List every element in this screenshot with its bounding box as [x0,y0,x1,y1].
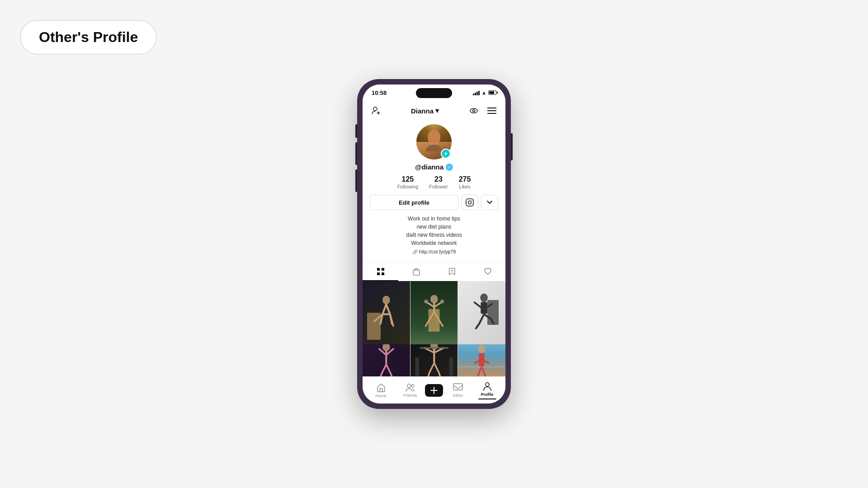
avatar-wrapper: + [416,124,452,160]
home-icon [376,383,386,393]
dynamic-island [416,88,452,98]
svg-point-9 [428,130,440,144]
svg-rect-30 [449,357,453,376]
video-thumb-svg-1 [363,281,410,344]
inbox-icon [453,383,463,392]
phone-screen: 10:58 ▲ [363,84,505,404]
link-icon: 🔗 [412,249,418,254]
tab-liked[interactable] [470,263,505,281]
svg-rect-10 [466,199,473,206]
svg-point-11 [468,201,472,204]
hamburger-icon [487,108,496,114]
instagram-button[interactable] [461,195,478,210]
status-time: 10:58 [372,89,387,96]
likes-count: 275 [459,175,471,183]
svg-rect-17 [413,270,420,275]
svg-rect-25 [481,302,488,314]
more-options-button[interactable] [481,195,498,210]
nav-home[interactable]: Home [366,383,396,398]
username-label: Dianna [411,107,434,115]
svg-point-39 [486,383,489,386]
svg-point-21 [430,295,438,304]
signal-bar-1 [473,94,474,95]
stat-follower[interactable]: 23 Follower [429,175,448,189]
dropdown-arrow-icon: ▾ [435,107,439,115]
battery-fill [489,91,494,94]
video-thumb-1[interactable] [363,281,410,344]
signal-bar-2 [475,93,476,95]
chevron-down-icon [486,200,493,205]
page-label-text: Other's Profile [39,29,138,45]
bottom-navigation: Home Friends [363,376,505,404]
link-url: http://cst.fyi/pji79 [419,249,456,254]
signal-bar-3 [476,92,478,95]
username-dropdown[interactable]: Dianna ▾ [411,107,439,115]
phone-button-right [511,133,513,160]
top-navigation: Dianna ▾ [363,101,505,121]
profile-nav-label: Profile [481,392,493,397]
stats-row: 125 Following 23 Follower 275 Likes [370,175,498,189]
svg-point-3 [470,108,477,113]
status-bar: 10:58 ▲ [363,84,505,101]
create-button[interactable] [425,384,443,397]
profile-section: + @dianna ✓ 125 Following 23 Follower [363,121,505,263]
menu-button[interactable] [486,104,498,117]
instagram-icon [466,198,474,206]
wifi-icon: ▲ [481,90,486,95]
tab-tagged[interactable] [434,263,470,281]
home-label: Home [375,394,386,398]
phone-frame: 10:58 ▲ [357,79,511,409]
svg-point-35 [411,385,414,387]
video-grid [363,281,505,376]
video-thumb-svg-2 [410,281,458,344]
svg-rect-29 [415,357,419,376]
svg-point-31 [478,345,486,353]
heart-icon [484,268,492,275]
video-thumb-svg-3 [458,281,505,344]
page-label-badge: Other's Profile [20,20,157,55]
inbox-label: Inbox [453,393,462,398]
phone-button-left-1 [355,124,357,138]
username-row: @dianna ✓ [415,163,453,171]
nav-friends[interactable]: Friends [396,383,425,398]
stat-following[interactable]: 125 Following [397,175,418,189]
follow-add-badge[interactable]: + [441,149,451,159]
bio-line-3: dailt new fitness videos [406,231,462,239]
signal-bar-4 [478,91,480,95]
svg-rect-16 [382,272,384,275]
friends-icon [406,383,415,392]
plus-icon [429,386,439,395]
verified-icon: ✓ [446,164,453,171]
action-buttons-row: Edit profile [370,195,498,210]
profile-nav-icon [482,381,492,391]
stat-likes[interactable]: 275 Likes [459,175,471,189]
profile-username: @dianna [415,163,443,171]
nav-right-icons [467,104,498,117]
nav-inbox[interactable]: Inbox [443,383,472,398]
phone-button-left-3 [355,169,357,192]
friends-label: Friends [403,393,417,398]
edit-profile-button[interactable]: Edit profile [370,195,458,210]
video-thumb-2[interactable] [410,281,458,344]
content-tabs [363,263,505,281]
profile-link[interactable]: 🔗 http://cst.fyi/pji79 [406,249,462,254]
svg-rect-13 [377,268,380,271]
video-thumb-3[interactable] [458,281,505,344]
tab-shop[interactable] [398,263,434,281]
visibility-button[interactable] [467,104,480,117]
status-icons: ▲ [473,90,496,95]
battery-icon [488,90,496,95]
tab-grid[interactable] [363,263,398,281]
nav-profile[interactable]: Profile [472,381,502,399]
add-user-button[interactable] [370,104,382,117]
following-label: Following [397,184,418,189]
bio-line-2: new diet plans [406,223,462,231]
nav-create[interactable] [425,384,443,397]
svg-point-24 [481,293,488,302]
svg-rect-14 [382,268,384,271]
grid-icon [377,267,385,276]
bio-text: Work out in home tips new diet plans dai… [406,215,462,247]
follower-label: Follower [429,184,448,189]
svg-point-34 [407,384,411,388]
svg-point-4 [472,110,475,112]
